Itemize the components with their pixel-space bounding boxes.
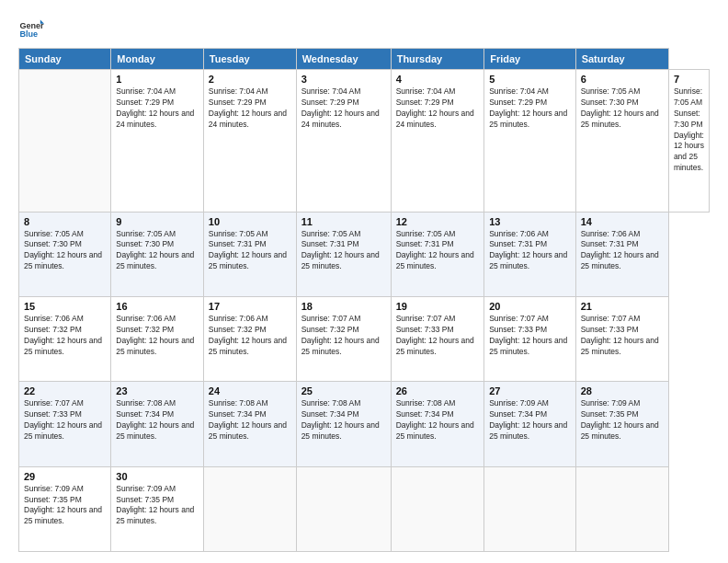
calendar-cell: 3Sunrise: 7:04 AMSunset: 7:29 PMDaylight… (296, 70, 391, 213)
calendar-cell: 14Sunrise: 7:06 AMSunset: 7:31 PMDayligh… (575, 212, 668, 296)
day-number: 21 (581, 301, 664, 312)
calendar-cell: 7Sunrise: 7:05 AMSunset: 7:30 PMDaylight… (668, 70, 709, 213)
day-info: Sunrise: 7:05 AMSunset: 7:30 PMDaylight:… (24, 229, 106, 273)
day-info: Sunrise: 7:09 AMSunset: 7:34 PMDaylight:… (489, 398, 570, 442)
svg-text:Blue: Blue (19, 29, 38, 39)
calendar-week-3: 15Sunrise: 7:06 AMSunset: 7:32 PMDayligh… (19, 296, 710, 381)
day-info: Sunrise: 7:04 AMSunset: 7:29 PMDaylight:… (209, 86, 291, 131)
day-info: Sunrise: 7:07 AMSunset: 7:33 PMDaylight:… (24, 398, 106, 442)
calendar-cell: 20Sunrise: 7:07 AMSunset: 7:33 PMDayligh… (484, 296, 575, 381)
day-info: Sunrise: 7:07 AMSunset: 7:33 PMDaylight:… (489, 314, 570, 358)
calendar-cell: 9Sunrise: 7:05 AMSunset: 7:30 PMDaylight… (111, 212, 204, 296)
day-info: Sunrise: 7:05 AMSunset: 7:31 PMDaylight:… (209, 229, 291, 273)
calendar-cell: 10Sunrise: 7:05 AMSunset: 7:31 PMDayligh… (203, 212, 296, 296)
calendar-cell: 15Sunrise: 7:06 AMSunset: 7:32 PMDayligh… (19, 296, 111, 381)
day-number: 24 (209, 385, 291, 396)
day-number: 8 (24, 216, 106, 227)
day-info: Sunrise: 7:05 AMSunset: 7:31 PMDaylight:… (396, 229, 480, 273)
day-info: Sunrise: 7:07 AMSunset: 7:33 PMDaylight:… (396, 314, 480, 358)
calendar-cell: 25Sunrise: 7:08 AMSunset: 7:34 PMDayligh… (296, 382, 391, 466)
day-number: 9 (116, 216, 199, 227)
calendar-cell: 22Sunrise: 7:07 AMSunset: 7:33 PMDayligh… (19, 382, 111, 466)
day-number: 27 (489, 385, 570, 396)
day-info: Sunrise: 7:09 AMSunset: 7:35 PMDaylight:… (581, 398, 664, 442)
calendar-cell: 12Sunrise: 7:05 AMSunset: 7:31 PMDayligh… (391, 212, 484, 296)
calendar-cell (484, 466, 575, 551)
calendar-cell: 6Sunrise: 7:05 AMSunset: 7:30 PMDaylight… (575, 70, 668, 213)
calendar-cell: 19Sunrise: 7:07 AMSunset: 7:33 PMDayligh… (391, 296, 484, 381)
day-number: 1 (116, 74, 199, 85)
logo: General Blue (18, 15, 44, 40)
calendar-cell: 5Sunrise: 7:04 AMSunset: 7:29 PMDaylight… (484, 70, 575, 213)
day-number: 10 (209, 216, 291, 227)
day-number: 7 (674, 74, 704, 85)
col-header-tuesday: Tuesday (203, 49, 296, 70)
calendar-cell: 24Sunrise: 7:08 AMSunset: 7:34 PMDayligh… (203, 382, 296, 466)
day-number: 5 (489, 74, 570, 85)
calendar-cell: 30Sunrise: 7:09 AMSunset: 7:35 PMDayligh… (111, 466, 204, 551)
day-info: Sunrise: 7:06 AMSunset: 7:31 PMDaylight:… (489, 229, 570, 273)
day-info: Sunrise: 7:05 AMSunset: 7:30 PMDaylight:… (674, 86, 704, 174)
day-number: 3 (301, 74, 386, 85)
calendar-cell: 16Sunrise: 7:06 AMSunset: 7:32 PMDayligh… (111, 296, 204, 381)
calendar-cell (296, 466, 391, 551)
calendar-cell: 11Sunrise: 7:05 AMSunset: 7:31 PMDayligh… (296, 212, 391, 296)
day-number: 30 (116, 471, 199, 482)
day-info: Sunrise: 7:07 AMSunset: 7:33 PMDaylight:… (581, 314, 664, 358)
calendar-cell (575, 466, 668, 551)
calendar-cell: 13Sunrise: 7:06 AMSunset: 7:31 PMDayligh… (484, 212, 575, 296)
day-info: Sunrise: 7:06 AMSunset: 7:32 PMDaylight:… (116, 314, 199, 358)
page: General Blue SundayMondayTuesdayWednesda… (0, 0, 728, 563)
day-info: Sunrise: 7:09 AMSunset: 7:35 PMDaylight:… (116, 484, 199, 528)
col-header-friday: Friday (484, 49, 575, 70)
day-number: 11 (301, 216, 386, 227)
calendar-table: SundayMondayTuesdayWednesdayThursdayFrid… (18, 48, 710, 552)
logo-icon: General Blue (18, 15, 44, 40)
day-number: 13 (489, 216, 570, 227)
day-info: Sunrise: 7:06 AMSunset: 7:31 PMDaylight:… (581, 229, 664, 273)
day-info: Sunrise: 7:04 AMSunset: 7:29 PMDaylight:… (301, 86, 386, 131)
col-header-saturday: Saturday (575, 49, 668, 70)
day-number: 6 (581, 74, 664, 85)
day-number: 17 (209, 301, 291, 312)
day-number: 12 (396, 216, 480, 227)
day-info: Sunrise: 7:06 AMSunset: 7:32 PMDaylight:… (24, 314, 106, 358)
header: General Blue (18, 15, 710, 40)
day-info: Sunrise: 7:06 AMSunset: 7:32 PMDaylight:… (209, 314, 291, 358)
day-info: Sunrise: 7:07 AMSunset: 7:32 PMDaylight:… (301, 314, 386, 358)
calendar-cell (203, 466, 296, 551)
day-number: 29 (24, 471, 106, 482)
day-info: Sunrise: 7:08 AMSunset: 7:34 PMDaylight:… (116, 398, 199, 442)
calendar-cell: 21Sunrise: 7:07 AMSunset: 7:33 PMDayligh… (575, 296, 668, 381)
calendar-cell: 8Sunrise: 7:05 AMSunset: 7:30 PMDaylight… (19, 212, 111, 296)
calendar-week-4: 22Sunrise: 7:07 AMSunset: 7:33 PMDayligh… (19, 382, 710, 466)
empty-cell (19, 70, 111, 213)
day-number: 16 (116, 301, 199, 312)
calendar-week-2: 8Sunrise: 7:05 AMSunset: 7:30 PMDaylight… (19, 212, 710, 296)
day-number: 26 (396, 385, 480, 396)
day-number: 22 (24, 385, 106, 396)
col-header-sunday: Sunday (19, 49, 111, 70)
col-header-thursday: Thursday (391, 49, 484, 70)
day-info: Sunrise: 7:05 AMSunset: 7:30 PMDaylight:… (581, 86, 664, 131)
calendar-cell: 1Sunrise: 7:04 AMSunset: 7:29 PMDaylight… (111, 70, 204, 213)
col-header-wednesday: Wednesday (296, 49, 391, 70)
calendar-cell: 18Sunrise: 7:07 AMSunset: 7:32 PMDayligh… (296, 296, 391, 381)
calendar-cell: 4Sunrise: 7:04 AMSunset: 7:29 PMDaylight… (391, 70, 484, 213)
day-number: 2 (209, 74, 291, 85)
day-number: 15 (24, 301, 106, 312)
day-info: Sunrise: 7:09 AMSunset: 7:35 PMDaylight:… (24, 484, 106, 528)
calendar-cell: 2Sunrise: 7:04 AMSunset: 7:29 PMDaylight… (203, 70, 296, 213)
calendar-cell: 27Sunrise: 7:09 AMSunset: 7:34 PMDayligh… (484, 382, 575, 466)
col-header-monday: Monday (111, 49, 204, 70)
day-number: 19 (396, 301, 480, 312)
day-number: 4 (396, 74, 480, 85)
day-number: 23 (116, 385, 199, 396)
calendar-week-1: 1Sunrise: 7:04 AMSunset: 7:29 PMDaylight… (19, 70, 710, 213)
day-info: Sunrise: 7:04 AMSunset: 7:29 PMDaylight:… (116, 86, 199, 131)
day-number: 25 (301, 385, 386, 396)
day-number: 18 (301, 301, 386, 312)
day-number: 20 (489, 301, 570, 312)
day-info: Sunrise: 7:08 AMSunset: 7:34 PMDaylight:… (209, 398, 291, 442)
calendar-cell: 28Sunrise: 7:09 AMSunset: 7:35 PMDayligh… (575, 382, 668, 466)
